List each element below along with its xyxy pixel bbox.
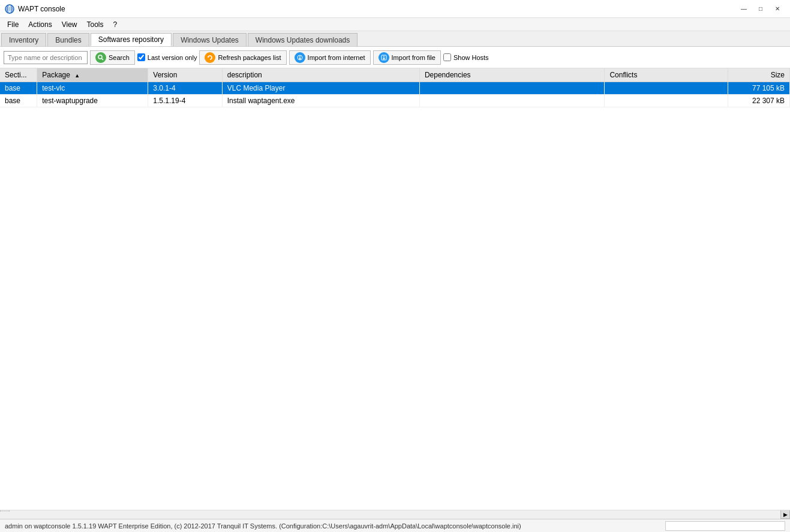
sort-arrow-package: ▲ — [74, 73, 80, 79]
cell-version: 3.0.1-4 — [148, 82, 222, 95]
content-area: Secti... Package ▲ Version description D… — [0, 68, 790, 510]
col-header-conflicts[interactable]: Conflicts — [605, 68, 728, 82]
cell-version: 1.5.1.19-4 — [148, 95, 222, 107]
table-body: basetest-vlc3.0.1-4VLC Media Player77 10… — [0, 82, 790, 107]
col-header-section[interactable]: Secti... — [0, 68, 37, 82]
tab-softwares-repository[interactable]: Softwares repository — [91, 33, 172, 46]
tab-bundles[interactable]: Bundles — [47, 33, 89, 46]
table-row[interactable]: basetest-waptupgrade1.5.1.19-4Install wa… — [0, 95, 790, 107]
cell-conflicts — [605, 82, 728, 95]
cell-description: Install waptagent.exe — [222, 95, 419, 107]
col-header-package[interactable]: Package ▲ — [37, 68, 148, 82]
col-header-version[interactable]: Version — [148, 68, 222, 82]
show-hosts-checkbox[interactable] — [443, 53, 451, 61]
cell-dependencies — [419, 95, 605, 107]
svg-point-5 — [98, 55, 102, 59]
tab-windows-updates-downloads[interactable]: Windows Updates downloads — [248, 33, 358, 46]
search-button[interactable]: Search — [90, 50, 135, 65]
show-hosts-checkbox-label[interactable]: Show Hosts — [443, 53, 489, 61]
search-input[interactable] — [4, 51, 88, 64]
app-title: WAPT console — [18, 5, 736, 13]
cell-description: VLC Media Player — [222, 82, 419, 95]
tab-windows-updates[interactable]: Windows Updates — [173, 33, 247, 46]
title-bar: WAPT console — □ ✕ — [0, 0, 790, 18]
col-header-dependencies[interactable]: Dependencies — [419, 68, 605, 82]
scrollbar-track[interactable] — [0, 512, 780, 519]
import-file-button[interactable]: Import from file — [373, 50, 441, 65]
cell-size: 77 105 kB — [728, 82, 790, 95]
import-internet-button[interactable]: Import from internet — [289, 50, 371, 65]
tab-bar: Inventory Bundles Softwares repository W… — [0, 31, 790, 47]
minimize-button[interactable]: — — [736, 3, 752, 15]
menu-bar: File Actions View Tools ? — [0, 18, 790, 31]
window-controls: — □ ✕ — [736, 3, 785, 15]
col-header-size[interactable]: Size — [728, 68, 790, 82]
tab-inventory[interactable]: Inventory — [1, 33, 46, 46]
search-icon — [95, 52, 106, 63]
status-bar: admin on waptconsole 1.5.1.19 WAPT Enter… — [0, 519, 790, 532]
refresh-packages-button[interactable]: Refresh packages list — [199, 50, 286, 65]
cell-section: base — [0, 82, 37, 95]
maximize-button[interactable]: □ — [753, 3, 768, 15]
last-version-checkbox[interactable] — [137, 53, 145, 61]
import-internet-icon — [295, 52, 305, 63]
cell-package: test-vlc — [37, 82, 148, 95]
table-row[interactable]: basetest-vlc3.0.1-4VLC Media Player77 10… — [0, 82, 790, 95]
table-header-row: Secti... Package ▲ Version description D… — [0, 68, 790, 82]
refresh-icon — [205, 52, 215, 63]
cell-dependencies — [419, 82, 605, 95]
close-button[interactable]: ✕ — [770, 3, 785, 15]
menu-file[interactable]: File — [2, 19, 23, 30]
cell-section: base — [0, 95, 37, 107]
scroll-right-button[interactable]: ▶ — [780, 510, 790, 519]
status-text: admin on waptconsole 1.5.1.19 WAPT Enter… — [5, 522, 665, 530]
svg-line-6 — [102, 58, 104, 60]
cell-size: 22 307 kB — [728, 95, 790, 107]
menu-view[interactable]: View — [57, 19, 82, 30]
toolbar: Search Last version only Refresh package… — [0, 47, 790, 68]
packages-table: Secti... Package ▲ Version description D… — [0, 68, 790, 107]
menu-help[interactable]: ? — [109, 19, 122, 30]
horizontal-scrollbar[interactable]: ◀ ▶ — [0, 510, 790, 519]
app-icon — [5, 4, 14, 14]
col-header-description[interactable]: description — [222, 68, 419, 82]
menu-actions[interactable]: Actions — [23, 19, 56, 30]
cell-package: test-waptupgrade — [37, 95, 148, 107]
status-right-panel — [665, 521, 785, 531]
cell-conflicts — [605, 95, 728, 107]
last-version-checkbox-label[interactable]: Last version only — [137, 53, 197, 61]
import-file-icon — [379, 52, 389, 63]
menu-tools[interactable]: Tools — [82, 19, 109, 30]
